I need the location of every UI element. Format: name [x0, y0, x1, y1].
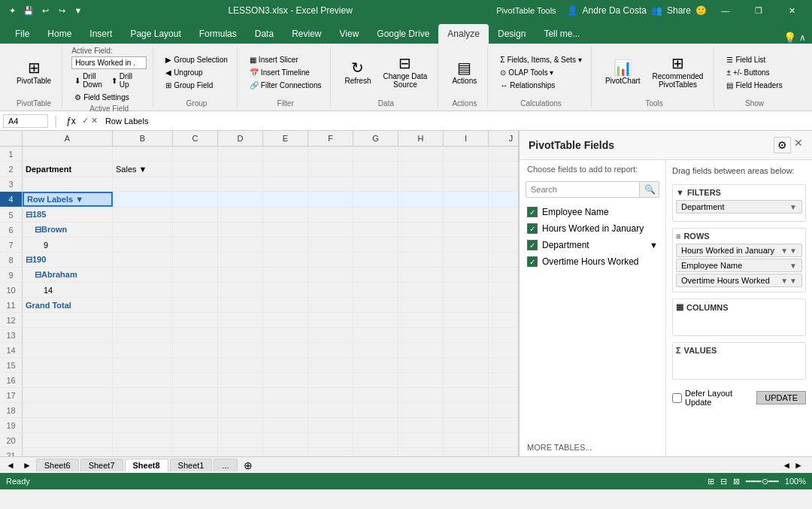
cell-b10[interactable]	[113, 283, 173, 297]
customize-icon[interactable]: ▼	[72, 5, 84, 17]
cell-j5[interactable]	[489, 208, 518, 222]
pivot-search-input[interactable]	[526, 183, 639, 196]
insert-timeline-button[interactable]: 📅 Insert Timeline	[247, 67, 325, 78]
col-header-c[interactable]: C	[173, 131, 218, 146]
cell-h8[interactable]	[398, 253, 444, 267]
pivot-close-button[interactable]: ✕	[794, 137, 803, 153]
close-button[interactable]: ✕	[777, 0, 806, 21]
add-sheet-button[interactable]: ⊕	[239, 458, 257, 473]
cell-g5[interactable]	[353, 208, 398, 222]
cell-d11[interactable]	[218, 298, 263, 312]
olap-tools-button[interactable]: ⊙ OLAP Tools ▾	[497, 67, 585, 78]
cell-j6[interactable]	[489, 223, 518, 237]
tab-google-drive[interactable]: Google Drive	[368, 24, 438, 44]
cell-c5[interactable]	[173, 208, 218, 222]
actions-button[interactable]: ▤ Actions	[447, 57, 481, 88]
tab-analyze[interactable]: Analyze	[438, 24, 489, 44]
cell-j2[interactable]	[489, 162, 518, 176]
cell-f4[interactable]	[308, 192, 353, 207]
cell-g2[interactable]	[353, 162, 398, 176]
field-list-button[interactable]: ☰ Field List	[723, 54, 785, 65]
cell-g7[interactable]	[353, 238, 398, 252]
cell-c6[interactable]	[173, 223, 218, 237]
ungroup-button[interactable]: ◀ Ungroup	[162, 67, 231, 78]
cell-a6[interactable]: ⊟Brown	[23, 223, 113, 237]
cell-c4[interactable]	[173, 192, 218, 207]
grid-view-icon[interactable]: ⊞	[707, 477, 714, 486]
cell-j9[interactable]	[489, 268, 518, 282]
cell-i3[interactable]	[444, 177, 489, 191]
tab-sheet7[interactable]: Sheet7	[80, 459, 123, 471]
row-chip-hours[interactable]: Hours Worked in January ▼ ▼	[676, 244, 802, 257]
cell-j11[interactable]	[489, 298, 518, 312]
recommended-pivottables-button[interactable]: ⊞ RecommendedPivotTables	[648, 53, 708, 92]
cell-g1[interactable]	[353, 147, 398, 161]
cell-b6[interactable]	[113, 223, 173, 237]
restore-button[interactable]: ❐	[744, 0, 773, 21]
cell-d4[interactable]	[218, 192, 263, 207]
cell-i7[interactable]	[444, 238, 489, 252]
cell-e9[interactable]	[263, 268, 308, 282]
col-header-h[interactable]: H	[398, 131, 444, 146]
insert-slicer-button[interactable]: ▦ Insert Slicer	[247, 54, 325, 65]
cell-b4[interactable]	[113, 192, 173, 207]
formula-input[interactable]	[104, 115, 809, 127]
drill-down-button[interactable]: ⬇ DrillDown	[71, 71, 105, 90]
cell-c2[interactable]	[173, 162, 218, 176]
cell-a11[interactable]: Grand Total	[23, 298, 113, 312]
cell-a9[interactable]: ⊟Abraham	[23, 268, 113, 282]
help-icon[interactable]: 💡	[783, 32, 796, 44]
drill-up-button[interactable]: ⬆ DrillUp	[108, 71, 135, 90]
cell-i5[interactable]	[444, 208, 489, 222]
change-data-source-button[interactable]: ⊟ Change DataSource	[378, 53, 432, 92]
cell-c1[interactable]	[173, 147, 218, 161]
cell-f1[interactable]	[308, 147, 353, 161]
tab-sheet1[interactable]: Sheet1	[170, 459, 213, 471]
col-header-i[interactable]: I	[444, 131, 489, 146]
page-layout-icon[interactable]: ⊟	[720, 477, 727, 486]
col-header-a[interactable]: A	[23, 131, 113, 146]
cell-i11[interactable]	[444, 298, 489, 312]
gear-icon[interactable]: ⚙	[774, 137, 791, 153]
tab-next-icon[interactable]: ►	[20, 460, 35, 471]
cell-d10[interactable]	[218, 283, 263, 297]
pivotchart-button[interactable]: 📊 PivotChart	[601, 57, 645, 88]
col-header-j[interactable]: J	[489, 131, 519, 146]
cell-d2[interactable]	[218, 162, 263, 176]
tab-design[interactable]: Design	[489, 24, 535, 44]
field-headers-button[interactable]: ▤ Field Headers	[723, 80, 785, 91]
zoom-slider[interactable]: ━━━⊙━━	[746, 477, 779, 486]
tab-home[interactable]: Home	[38, 24, 80, 44]
refresh-button[interactable]: ↻ Refresh	[340, 57, 375, 88]
cell-b3[interactable]	[113, 177, 173, 191]
cell-a1[interactable]	[23, 147, 113, 161]
tab-page-layout[interactable]: Page Layout	[121, 24, 189, 44]
cell-b5[interactable]	[113, 208, 173, 222]
cell-f8[interactable]	[308, 253, 353, 267]
cell-i10[interactable]	[444, 283, 489, 297]
cell-a4[interactable]: Row Labels ▼	[23, 192, 113, 207]
cell-c3[interactable]	[173, 177, 218, 191]
cell-d1[interactable]	[218, 147, 263, 161]
tab-more[interactable]: ...	[214, 459, 237, 471]
cell-h5[interactable]	[398, 208, 444, 222]
cell-h2[interactable]	[398, 162, 444, 176]
pivot-field-employee-name[interactable]: ✓ Employee Name	[520, 204, 665, 220]
minimize-button[interactable]: —	[711, 0, 740, 21]
save-icon[interactable]: 💾	[23, 5, 35, 17]
col-header-d[interactable]: D	[218, 131, 263, 146]
filter-connections-button[interactable]: 🔗 Filter Connections	[247, 80, 325, 91]
cell-c10[interactable]	[173, 283, 218, 297]
cell-g3[interactable]	[353, 177, 398, 191]
update-button[interactable]: UPDATE	[756, 391, 806, 404]
cell-b8[interactable]	[113, 253, 173, 267]
cell-e3[interactable]	[263, 177, 308, 191]
cell-h1[interactable]	[398, 147, 444, 161]
cell-h4[interactable]	[398, 192, 444, 207]
cell-e1[interactable]	[263, 147, 308, 161]
cell-a5[interactable]: ⊟185	[23, 208, 113, 222]
cell-g8[interactable]	[353, 253, 398, 267]
pivot-field-hours-worked[interactable]: ✓ Hours Worked in January	[520, 220, 665, 237]
redo-icon[interactable]: ↪	[56, 5, 68, 17]
row-chip-employee[interactable]: Employee Name ▼	[676, 259, 802, 272]
